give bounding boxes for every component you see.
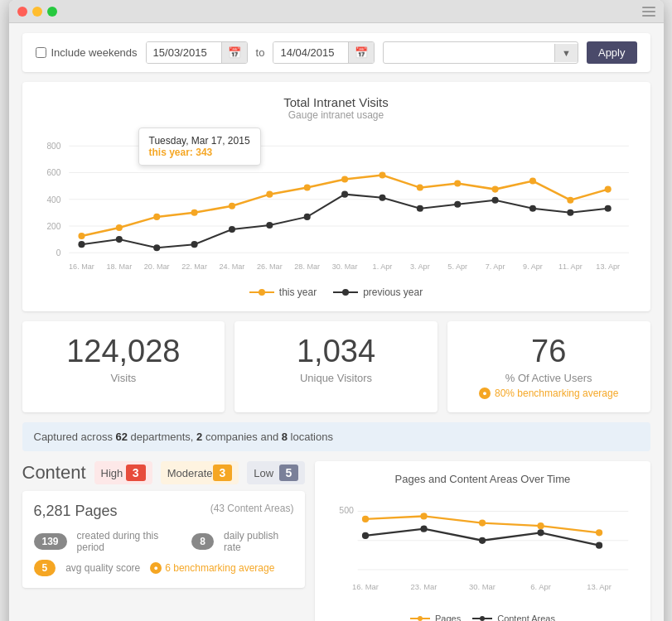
svg-point-21 bbox=[491, 186, 498, 193]
date-to-input[interactable] bbox=[273, 42, 348, 63]
svg-point-11 bbox=[115, 224, 122, 231]
pages-stat-created: 139 created during this period 8 daily p… bbox=[34, 530, 294, 553]
svg-point-18 bbox=[379, 171, 385, 178]
svg-point-24 bbox=[604, 186, 611, 193]
svg-point-12 bbox=[153, 214, 160, 220]
pages-benchmarking: ● 6 benchmarking average bbox=[150, 562, 274, 574]
captured-departments-label: departments, bbox=[131, 431, 194, 443]
svg-point-60 bbox=[421, 513, 428, 520]
active-users-card: 76 % Of Active Users ● 80% benchmarking … bbox=[447, 321, 650, 413]
active-users-number: 76 bbox=[464, 335, 634, 369]
stats-row: 124,028 Visits 1,034 Unique Visitors 76 … bbox=[22, 321, 650, 413]
main-chart-card: Total Intranet Visits Gauge intranet usa… bbox=[22, 82, 650, 311]
moderate-badge: Moderate 3 bbox=[161, 461, 239, 484]
svg-point-13 bbox=[191, 209, 197, 216]
include-weekends-checkbox[interactable] bbox=[36, 47, 46, 58]
svg-point-38 bbox=[567, 209, 573, 216]
svg-text:6. Apr: 6. Apr bbox=[531, 582, 552, 591]
svg-point-32 bbox=[341, 191, 348, 198]
visits-number: 124,028 bbox=[39, 335, 209, 369]
created-label: created during this period bbox=[77, 530, 182, 553]
svg-text:7. Apr: 7. Apr bbox=[485, 262, 505, 271]
svg-point-62 bbox=[538, 522, 544, 529]
chart-title: Total Intranet Visits bbox=[36, 95, 637, 109]
low-badge: Low 5 bbox=[247, 461, 305, 484]
quality-count-pill: 5 bbox=[34, 560, 56, 576]
dropdown-arrow-icon: ▼ bbox=[554, 44, 578, 62]
pages-card: 6,281 Pages (43 Content Areas) 139 creat… bbox=[22, 491, 306, 588]
filter-dropdown-wrap: ▼ bbox=[383, 41, 578, 64]
svg-text:28. Mar: 28. Mar bbox=[294, 262, 320, 271]
filter-bar: Include weekends 📅 to 📅 ▼ Apply bbox=[22, 33, 650, 72]
svg-point-19 bbox=[416, 185, 423, 191]
mini-chart-legend: Pages Content Areas bbox=[326, 614, 638, 621]
pages-count: 6,281 Pages bbox=[34, 503, 118, 520]
svg-point-27 bbox=[153, 244, 160, 251]
svg-point-39 bbox=[604, 205, 611, 212]
unique-visitors-number: 1,034 bbox=[251, 335, 421, 369]
svg-text:11. Apr: 11. Apr bbox=[558, 262, 582, 271]
svg-text:30. Mar: 30. Mar bbox=[331, 262, 357, 271]
captured-prefix: Captured across bbox=[34, 431, 116, 443]
maximize-button[interactable] bbox=[47, 7, 57, 17]
date-from-input[interactable] bbox=[147, 42, 221, 63]
mini-legend-content-areas: Content Areas bbox=[472, 614, 555, 621]
pages-stats: 139 created during this period 8 daily p… bbox=[34, 530, 294, 576]
apply-button[interactable]: Apply bbox=[587, 41, 637, 64]
date-from-calendar-btn[interactable]: 📅 bbox=[221, 42, 247, 63]
svg-text:5. Apr: 5. Apr bbox=[447, 262, 467, 271]
tooltip-label: this year: bbox=[149, 147, 193, 158]
include-weekends-label[interactable]: Include weekends bbox=[36, 46, 138, 59]
filter-dropdown[interactable] bbox=[384, 42, 554, 63]
svg-point-23 bbox=[567, 197, 573, 204]
traffic-lights bbox=[17, 7, 57, 17]
svg-point-25 bbox=[78, 241, 85, 248]
svg-point-34 bbox=[416, 205, 423, 212]
app-window: Include weekends 📅 to 📅 ▼ Apply Total In… bbox=[9, 0, 664, 621]
svg-text:0: 0 bbox=[56, 248, 60, 258]
svg-point-30 bbox=[266, 222, 273, 229]
svg-point-64 bbox=[362, 532, 369, 539]
unique-visitors-card: 1,034 Unique Visitors bbox=[234, 321, 438, 413]
date-from-input-wrap: 📅 bbox=[146, 41, 248, 64]
svg-text:26. Mar: 26. Mar bbox=[256, 262, 282, 271]
captured-companies-count: 2 bbox=[196, 431, 202, 443]
svg-text:16. Mar: 16. Mar bbox=[353, 582, 380, 591]
pages-bench-icon: ● bbox=[150, 562, 162, 574]
svg-text:400: 400 bbox=[46, 195, 60, 205]
chart-tooltip: Tuesday, Mar 17, 2015 this year: 343 bbox=[138, 128, 261, 166]
legend-this-year-label: this year bbox=[279, 286, 317, 298]
svg-point-31 bbox=[303, 214, 310, 220]
menu-icon[interactable] bbox=[642, 7, 655, 17]
svg-text:3. Apr: 3. Apr bbox=[409, 262, 429, 271]
svg-point-10 bbox=[78, 233, 85, 239]
content-title: Content bbox=[22, 462, 86, 484]
low-label: Low bbox=[254, 467, 273, 479]
main-content: Include weekends 📅 to 📅 ▼ Apply Total In… bbox=[9, 23, 664, 621]
created-count-pill: 139 bbox=[34, 533, 67, 550]
pages-content-areas: (43 Content Areas) bbox=[210, 503, 294, 514]
legend-this-year: this year bbox=[249, 286, 317, 298]
svg-point-35 bbox=[454, 201, 461, 208]
chart-subtitle: Gauge intranet usage bbox=[36, 109, 637, 121]
pages-stat-quality: 5 avg quality score ● 6 benchmarking ave… bbox=[34, 560, 294, 576]
daily-count-pill: 8 bbox=[191, 533, 214, 550]
moderate-count: 3 bbox=[213, 465, 233, 481]
captured-locations-label: locations bbox=[291, 431, 333, 443]
pages-header: 6,281 Pages (43 Content Areas) bbox=[34, 503, 294, 520]
svg-point-33 bbox=[379, 195, 385, 201]
svg-text:16. Mar: 16. Mar bbox=[69, 262, 94, 271]
date-to-calendar-btn[interactable]: 📅 bbox=[348, 42, 374, 63]
minimize-button[interactable] bbox=[32, 7, 42, 17]
svg-point-63 bbox=[596, 530, 602, 537]
svg-point-29 bbox=[228, 226, 234, 233]
svg-point-68 bbox=[596, 542, 602, 549]
tooltip-value: this year: 343 bbox=[149, 147, 250, 158]
svg-text:13. Apr: 13. Apr bbox=[587, 582, 612, 591]
mini-chart-card: Pages and Content Areas Over Time 500 bbox=[315, 461, 650, 621]
content-section: Content High 3 Moderate 3 Low 5 bbox=[22, 461, 306, 621]
unique-visitors-label: Unique Visitors bbox=[251, 372, 421, 384]
svg-text:9. Apr: 9. Apr bbox=[523, 262, 543, 271]
high-label: High bbox=[101, 467, 123, 479]
close-button[interactable] bbox=[17, 7, 27, 17]
